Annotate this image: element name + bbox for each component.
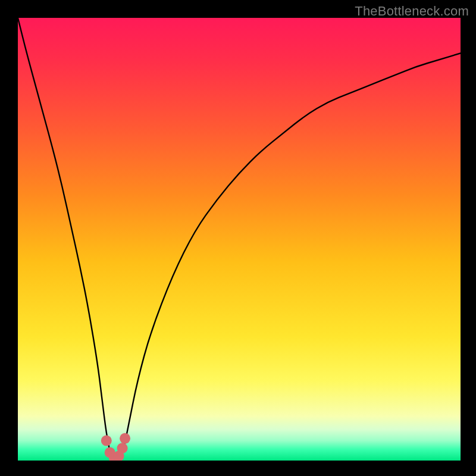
curve-marker xyxy=(120,433,130,444)
bottleneck-curve xyxy=(18,18,461,461)
chart-frame: TheBottleneck.com xyxy=(0,0,476,476)
watermark-text: TheBottleneck.com xyxy=(355,4,469,19)
plot-area xyxy=(18,18,461,461)
curve-marker xyxy=(101,436,112,446)
curve-marker xyxy=(117,443,128,453)
